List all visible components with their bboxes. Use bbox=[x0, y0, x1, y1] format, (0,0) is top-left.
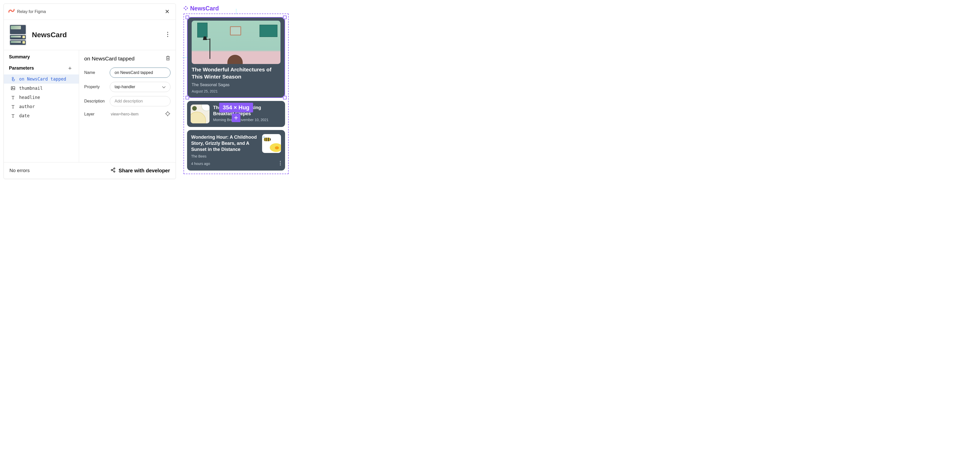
compact-thumbnail bbox=[191, 105, 210, 124]
share-label: Share with developer bbox=[119, 168, 170, 174]
wide-thumbnail bbox=[262, 134, 281, 153]
compact-meta-suffix: ovember 10, 2021 bbox=[240, 118, 269, 122]
component-title: NewsCard bbox=[32, 31, 67, 39]
description-label: Description bbox=[84, 99, 106, 103]
resize-handle-tl[interactable] bbox=[186, 16, 189, 19]
compact-headline-prefix: The bbox=[213, 105, 221, 110]
svg-point-15 bbox=[280, 163, 281, 164]
property-select-value: tap-handler bbox=[115, 85, 135, 89]
plugin-brand: Relay for Figma bbox=[8, 9, 46, 14]
description-input[interactable]: Add description bbox=[110, 96, 170, 106]
component-preview-thumb bbox=[9, 24, 27, 46]
description-placeholder: Add description bbox=[115, 99, 143, 103]
resize-handle-bl[interactable] bbox=[186, 96, 189, 100]
name-input[interactable]: on NewsCard tapped bbox=[110, 68, 170, 78]
svg-point-6 bbox=[166, 112, 169, 115]
name-input-value: on NewsCard tapped bbox=[115, 70, 153, 75]
resize-handle-br[interactable] bbox=[283, 96, 286, 100]
component-label-text: NewsCard bbox=[190, 5, 219, 12]
param-label: headline bbox=[19, 95, 40, 100]
property-select[interactable]: tap-handler bbox=[110, 82, 170, 92]
component-header: NewsCard bbox=[4, 20, 176, 50]
news-card-hero[interactable]: The Wonderful Architectures of This Wint… bbox=[188, 17, 285, 97]
param-label: on NewsCard tapped bbox=[19, 76, 66, 82]
figma-canvas[interactable]: NewsCard bbox=[183, 3, 289, 179]
plugin-name: Relay for Figma bbox=[17, 10, 46, 14]
share-icon bbox=[110, 168, 116, 174]
add-variant-icon[interactable]: + bbox=[232, 113, 240, 122]
svg-rect-10 bbox=[185, 6, 186, 7]
param-date[interactable]: date bbox=[4, 111, 79, 120]
compact-headline: The XXXXXXX Making Breakfast Crepes bbox=[213, 105, 282, 117]
chevron-down-icon bbox=[162, 85, 165, 89]
card-more-icon[interactable] bbox=[280, 161, 281, 166]
add-parameter-icon[interactable]: ＋ bbox=[66, 64, 74, 72]
param-thumbnail[interactable]: thumbnail bbox=[4, 84, 79, 93]
hero-thumbnail-image bbox=[192, 21, 280, 64]
param-label: thumbnail bbox=[19, 86, 43, 91]
hero-date: August 25, 2021 bbox=[192, 89, 280, 93]
svg-point-14 bbox=[280, 161, 281, 162]
svg-point-0 bbox=[167, 32, 168, 33]
compact-meta: Morning BreXXXovember 10, 2021 bbox=[213, 118, 282, 122]
news-card-wide[interactable]: Wondering Hour: A Childhood Story, Grizz… bbox=[187, 130, 285, 171]
layer-value: view=hero-item bbox=[106, 112, 165, 116]
text-icon bbox=[11, 104, 16, 109]
share-with-developer-button[interactable]: Share with developer bbox=[110, 168, 170, 174]
layer-label: Layer bbox=[84, 112, 106, 116]
sidebar: Summary Parameters ＋ on NewsCard tapped … bbox=[4, 50, 79, 162]
svg-point-3 bbox=[12, 77, 13, 79]
compact-meta-prefix: Morning Bre bbox=[213, 118, 232, 122]
delete-icon[interactable] bbox=[165, 55, 170, 62]
error-status: No errors bbox=[10, 168, 30, 173]
wide-headline: Wondering Hour: A Childhood Story, Grizz… bbox=[191, 134, 259, 153]
svg-point-16 bbox=[280, 165, 281, 165]
component-set-icon bbox=[183, 6, 188, 11]
parameters-heading: Parameters bbox=[9, 65, 34, 71]
wide-author: The Bees bbox=[191, 154, 259, 158]
hero-author: The Seasonal Sagas bbox=[192, 82, 280, 87]
resize-handle-tr[interactable] bbox=[283, 16, 286, 19]
detail-pane: on NewsCard tapped Name on NewsCard tapp… bbox=[79, 50, 176, 162]
svg-point-1 bbox=[167, 34, 168, 35]
summary-heading[interactable]: Summary bbox=[4, 50, 79, 62]
text-icon bbox=[11, 95, 16, 100]
svg-rect-11 bbox=[183, 7, 185, 9]
param-headline[interactable]: headline bbox=[4, 93, 79, 102]
relay-logo-icon bbox=[8, 9, 14, 14]
relay-plugin-panel: Relay for Figma ✕ NewsCard Summary Param… bbox=[3, 3, 176, 179]
svg-rect-12 bbox=[186, 7, 188, 9]
close-icon[interactable]: ✕ bbox=[163, 7, 171, 16]
svg-point-2 bbox=[167, 36, 168, 37]
plugin-titlebar: Relay for Figma ✕ bbox=[4, 4, 176, 20]
param-label: date bbox=[19, 113, 30, 118]
name-label: Name bbox=[84, 70, 106, 75]
detail-title: on NewsCard tapped bbox=[84, 55, 135, 62]
param-label: author bbox=[19, 104, 35, 109]
text-icon bbox=[11, 113, 16, 118]
tap-gesture-icon bbox=[11, 76, 16, 82]
property-label: Property bbox=[84, 85, 106, 89]
hero-headline: The Wonderful Architectures of This Wint… bbox=[192, 66, 280, 81]
wide-time: 4 hours ago bbox=[191, 162, 210, 166]
svg-rect-4 bbox=[11, 87, 15, 90]
selected-variant-hero[interactable]: The Wonderful Architectures of This Wint… bbox=[187, 17, 285, 98]
target-layer-icon[interactable] bbox=[165, 111, 170, 117]
svg-rect-13 bbox=[185, 9, 186, 10]
image-icon bbox=[11, 86, 16, 91]
param-author[interactable]: author bbox=[4, 102, 79, 111]
component-set-frame[interactable]: The Wonderful Architectures of This Wint… bbox=[183, 14, 289, 174]
more-menu-icon[interactable] bbox=[165, 30, 170, 40]
param-on-newscard-tapped[interactable]: on NewsCard tapped bbox=[4, 74, 79, 84]
alignment-guide-horizontal bbox=[183, 57, 188, 58]
